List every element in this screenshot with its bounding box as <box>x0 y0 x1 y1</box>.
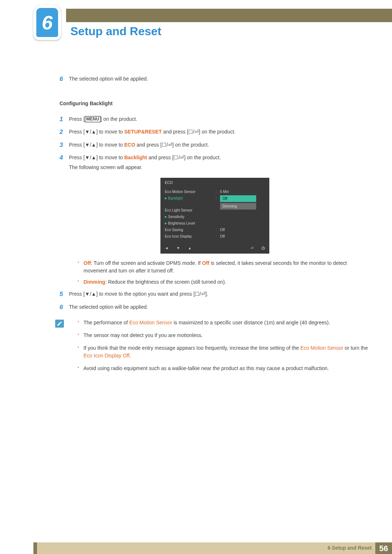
step-number: 2 <box>60 127 69 137</box>
text: Press [ <box>69 155 85 160</box>
step-row: 6 The selected option will be applied. <box>60 74 370 84</box>
text: ] on the product. <box>101 116 137 122</box>
step-text: Press [▼/▲] to move to SETUP&RESET and p… <box>69 127 370 136</box>
text: The performance of <box>83 320 129 325</box>
step-row: 2 Press [▼/▲] to move to SETUP&RESET and… <box>60 127 370 137</box>
text: and press [ <box>135 142 162 148</box>
text: or turn the <box>343 345 368 351</box>
step-number: 6 <box>60 303 69 312</box>
option-bullets: Off: Turn off the screen and activate DP… <box>78 259 370 286</box>
osd-value: 5 Min <box>220 189 229 194</box>
osd-label: Eco Motion Sensor <box>165 189 196 194</box>
osd-option-off: Off <box>220 195 256 202</box>
note-item: The sensor may not detect you if you are… <box>78 332 370 339</box>
step-note: The following screen will appear. <box>69 164 370 171</box>
step-text: Press [MENU] on the product. <box>69 115 370 123</box>
osd-row-eco-saving: Eco Saving : Off <box>165 227 265 233</box>
osd-row-brightness-level: ▶Brightness Level <box>165 221 265 226</box>
step-row: 5 Press [▼/▲] to move to the option you … <box>60 290 370 299</box>
arrows-icon: ▼/▲ <box>85 142 97 148</box>
footer-label: 6 Setup and Reset <box>328 544 372 552</box>
triangle-right-icon: ▶ <box>165 196 167 201</box>
bullet-off: Off: Turn off the screen and activate DP… <box>78 259 370 275</box>
step-text: Press [▼/▲] to move to the option you wa… <box>69 290 370 298</box>
note-item: Avoid using radio equipment such as a wa… <box>78 365 370 372</box>
osd-label: Eco Saving <box>165 227 183 233</box>
page-number: 56 <box>375 542 392 554</box>
osd-body: Eco Motion Sensor : 5 Min ▶Backlight : O… <box>160 188 269 243</box>
enter-icon: ☐/⏎ <box>162 142 172 148</box>
chapter-number: 6 <box>42 8 53 37</box>
step-number: 4 <box>60 153 69 163</box>
eco-icon-display-off-label: Eco Icon Display Off <box>83 353 130 358</box>
arrows-icon: ▼/▲ <box>85 291 97 297</box>
osd-row-backlight: ▶Backlight : Off Dimming <box>165 196 265 201</box>
text: If you think that the mode entry message… <box>83 345 300 351</box>
step-text: Press [▼/▲] to move to ECO and press [☐/… <box>69 140 370 149</box>
text: ] to move to <box>96 155 124 160</box>
text: ] on the product. <box>184 155 221 160</box>
osd-label: Sensitivity <box>168 214 184 219</box>
target-label: ECO <box>124 142 135 148</box>
osd-screenshot: ECO Eco Motion Sensor : 5 Min ▶Backlight… <box>160 178 269 254</box>
chapter-badge: 6 <box>33 5 61 40</box>
step-number: 3 <box>60 140 69 150</box>
eco-motion-sensor-label: Eco Motion Sensor <box>129 320 172 325</box>
note-block: The performance of Eco Motion Sensor is … <box>55 319 370 377</box>
triangle-right-icon: ▶ <box>165 215 167 219</box>
text: and press [ <box>147 155 173 160</box>
step-row: 1 Press [MENU] on the product. <box>60 115 370 124</box>
target-label: Backlight <box>124 155 147 160</box>
step-text: The selected option will be applied. <box>69 303 370 311</box>
text: ]. <box>205 291 208 297</box>
osd-title: ECO <box>160 178 269 188</box>
note-icon <box>55 320 64 328</box>
footer-chapter-title: Setup and Reset <box>330 545 372 551</box>
osd-label: Backlight <box>168 196 183 201</box>
osd-nav-bar: ◄ ▼ ▲ ⏎ ⏻ <box>160 243 269 254</box>
text: . <box>130 353 131 358</box>
nav-up-icon: ▲ <box>188 245 192 251</box>
step-number: 5 <box>60 290 69 299</box>
section-heading: Configuring Backlight <box>60 100 370 107</box>
chapter-title: Setup and Reset <box>70 22 162 40</box>
note-item: The performance of Eco Motion Sensor is … <box>78 319 370 327</box>
text: ] to move to the option you want and pre… <box>96 291 195 297</box>
chapter-badge-inner: 6 <box>36 8 58 37</box>
osd-value: Off <box>220 234 225 239</box>
enter-icon: ☐/⏎ <box>188 129 199 135</box>
osd-row-eco-light-sensor: Eco Light Sensor <box>165 208 265 213</box>
step-number: 6 <box>60 74 69 84</box>
osd-row-sensitivity: ▶Sensitivity <box>165 214 265 219</box>
step-row: 3 Press [▼/▲] to move to ECO and press [… <box>60 140 370 150</box>
text: Press [ <box>69 291 85 297</box>
note-list: The performance of Eco Motion Sensor is … <box>78 319 370 377</box>
text: and press [ <box>162 129 188 135</box>
arrows-icon: ▼/▲ <box>85 155 97 160</box>
page-header: 6 Setup and Reset <box>0 7 392 36</box>
eco-motion-sensor-label: Eco Motion Sensor <box>300 345 343 351</box>
dimming-label: Dimming <box>83 279 105 285</box>
osd-row-eco-motion-sensor: Eco Motion Sensor : 5 Min <box>165 189 265 194</box>
text: : Turn off the screen and activate DPMS … <box>91 260 202 266</box>
nav-down-icon: ▼ <box>176 245 180 251</box>
note-item: If you think that the mode entry message… <box>78 344 370 360</box>
bullet-dimming: Dimming: Reduce the brightness of the sc… <box>78 278 370 286</box>
text: ] on the product. <box>199 129 236 135</box>
osd-row-eco-icon-display: Eco Icon Display : Off <box>165 234 265 239</box>
text: Press [ <box>69 129 85 135</box>
step-text: The selected option will be applied. <box>69 74 370 83</box>
enter-icon: ☐/⏎ <box>195 291 205 297</box>
text: ] to move to <box>96 129 124 135</box>
text: Press [ <box>69 142 85 148</box>
page-content: 6 The selected option will be applied. C… <box>60 74 370 377</box>
enter-icon: ☐/⏎ <box>173 155 184 160</box>
off-label: Off <box>83 260 91 266</box>
text: ] to move to <box>96 142 124 148</box>
text: ] on the product. <box>172 142 209 148</box>
step-row: 6 The selected option will be applied. <box>60 303 370 312</box>
step-number: 1 <box>60 115 69 124</box>
nav-power-icon: ⏻ <box>261 245 265 251</box>
footer-stripe <box>33 542 37 554</box>
text: is maximized to a specific user distance… <box>172 320 330 325</box>
